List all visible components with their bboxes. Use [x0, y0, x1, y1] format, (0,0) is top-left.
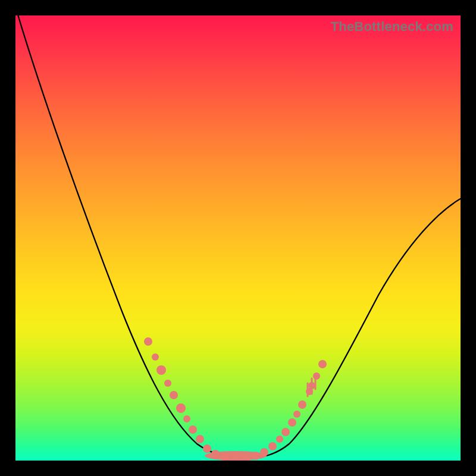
marker-dot — [176, 403, 186, 413]
marker-dot — [308, 382, 315, 389]
marker-dot — [318, 360, 327, 368]
marker-dot — [152, 353, 159, 361]
marker-dot — [252, 452, 260, 460]
marker-dot — [156, 365, 166, 375]
marker-dot — [164, 380, 171, 387]
bottleneck-curve-svg — [15, 15, 461, 461]
marker-dot — [170, 391, 178, 399]
marker-dot — [189, 425, 197, 434]
marker-dot — [293, 411, 300, 418]
marker-dot — [288, 418, 296, 427]
marker-dot — [196, 435, 204, 443]
marker-dot — [298, 400, 306, 409]
marker-dot — [183, 415, 190, 422]
marker-dot — [203, 444, 211, 453]
plot-area: TheBottleneck.com — [15, 15, 461, 461]
marker-dot — [281, 428, 290, 436]
marker-dot — [144, 337, 152, 346]
bottleneck-curve — [17, 15, 461, 458]
marker-dot — [211, 450, 220, 458]
marker-dot — [276, 436, 283, 443]
marker-dot — [260, 448, 268, 456]
chart-frame: TheBottleneck.com — [0, 0, 476, 476]
marker-dot — [313, 372, 320, 380]
marker-dot — [268, 442, 277, 450]
